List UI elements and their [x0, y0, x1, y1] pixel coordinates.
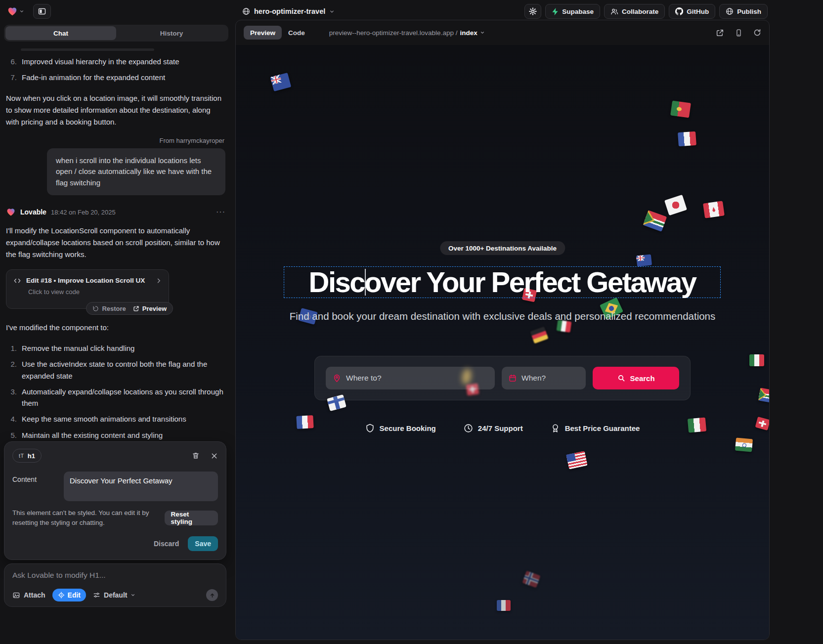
lovable-logo-menu[interactable] — [7, 6, 24, 17]
clipped-text-line — [21, 48, 154, 51]
text-type-icon: tT — [19, 453, 24, 459]
restore-preview-pill: Restore Preview — [86, 302, 173, 315]
discard-button[interactable]: Discard — [154, 540, 179, 548]
trash-icon[interactable] — [192, 452, 200, 460]
location-pin-icon — [333, 374, 341, 383]
settings-button[interactable] — [524, 4, 541, 19]
chevron-right-icon — [156, 278, 162, 284]
url-host: preview--hero-optimizer-travel.lovable.a… — [329, 29, 458, 37]
lovable-heart-icon — [7, 6, 18, 17]
where-field[interactable] — [326, 367, 495, 389]
publish-button[interactable]: Publish — [719, 4, 768, 19]
image-icon — [12, 592, 20, 599]
assistant-name: Lovable — [20, 208, 46, 216]
search-card: Search — [314, 356, 691, 400]
text-caret — [365, 269, 366, 296]
preview-toolbar: Preview Code preview--hero-optimizer-tra… — [236, 20, 769, 45]
globe-icon — [242, 7, 250, 15]
close-icon[interactable] — [211, 452, 218, 460]
calendar-icon — [509, 374, 517, 382]
selected-element-tag[interactable]: tT h1 — [12, 449, 42, 463]
assistant-paragraph: I've modified the component to: — [6, 322, 225, 334]
mode-select[interactable]: Default — [93, 591, 135, 599]
open-external-icon — [133, 305, 139, 312]
chat-input[interactable] — [12, 571, 218, 580]
refresh-button[interactable] — [753, 29, 761, 37]
collaborate-button[interactable]: Collaborate — [604, 4, 665, 19]
search-label: Search — [630, 374, 655, 383]
edit-mode-label: Edit — [68, 591, 81, 599]
element-tag-label: h1 — [28, 452, 35, 460]
sliders-icon — [93, 592, 100, 599]
from-user-label: From harrymckayroper — [6, 137, 224, 144]
restore-icon — [92, 305, 99, 312]
open-external-button[interactable] — [716, 29, 724, 37]
mexico-flag — [749, 354, 764, 366]
headline-selection-box[interactable]: Discover Your Perfect Getaway — [284, 266, 721, 298]
tab-preview[interactable]: Preview — [244, 26, 282, 40]
collaborate-label: Collaborate — [622, 8, 658, 15]
flags-layer — [236, 45, 769, 640]
page-subtitle: Find and book your dream destination wit… — [236, 310, 769, 322]
message-more-menu[interactable]: ··· — [216, 210, 225, 215]
chat-sidebar: Chat History 6. Improved visual hierarch… — [0, 23, 232, 644]
attach-button[interactable]: Attach — [12, 591, 45, 599]
when-input[interactable] — [521, 374, 579, 383]
france-flag — [497, 600, 511, 611]
tab-history[interactable]: History — [116, 26, 227, 40]
assistant-message-header: Lovable 18:42 on Feb 20, 2025 ··· — [6, 207, 225, 217]
supabase-label: Supabase — [562, 8, 594, 15]
edit-version-card[interactable]: Edit #18 • Improve Location Scroll UX Cl… — [6, 269, 169, 309]
github-button[interactable]: GitHub — [669, 4, 715, 19]
search-button[interactable]: Search — [593, 367, 679, 389]
sidebar-tabs: Chat History — [4, 25, 228, 42]
save-button[interactable]: Save — [188, 536, 218, 551]
where-input[interactable] — [346, 374, 488, 383]
sidebar-toggle-button[interactable] — [33, 4, 51, 19]
germany-flag — [530, 327, 548, 344]
preview-url[interactable]: preview--hero-optimizer-travel.lovable.a… — [329, 29, 485, 37]
user-message-bubble: when i scroll into the individual locati… — [47, 148, 225, 196]
page-headline[interactable]: Discover Your Perfect Getaway — [309, 268, 696, 297]
users-icon — [610, 8, 618, 15]
japan-flag — [664, 195, 687, 215]
list-text: Use the activeIndex state to control bot… — [22, 358, 225, 382]
list-item: 6. Improved visual hierarchy in the expa… — [6, 56, 225, 67]
features-row: Secure Booking 24/7 Support Best Price G… — [236, 424, 769, 433]
restore-label: Restore — [102, 305, 126, 312]
panel-layout-icon — [38, 7, 46, 15]
list-text: Keep the same smooth animations and tran… — [22, 413, 186, 425]
mobile-view-button[interactable] — [735, 29, 742, 37]
tab-code[interactable]: Code — [282, 26, 311, 40]
list-text: Maintain all the existing content and st… — [22, 429, 163, 441]
reset-styling-button[interactable]: Reset styling — [165, 511, 218, 525]
edit-card-subtitle: Click to view code — [28, 288, 162, 296]
chevron-down-icon[interactable] — [480, 30, 485, 35]
india-flag — [735, 438, 753, 452]
preview-panel: Preview Code preview--hero-optimizer-tra… — [235, 20, 770, 640]
feature-secure-booking: Secure Booking — [365, 424, 436, 433]
chevron-down-icon — [19, 9, 24, 14]
element-editor-panel: tT h1 Content Discover Your Perfect Geta… — [4, 441, 226, 560]
preview-button[interactable]: Preview — [133, 305, 167, 312]
when-field[interactable] — [502, 367, 586, 389]
target-icon — [58, 592, 65, 599]
restore-button[interactable]: Restore — [92, 305, 126, 312]
numbered-list-bottom: 1.Remove the manual click handling 2.Use… — [6, 343, 225, 441]
tab-chat[interactable]: Chat — [5, 26, 116, 40]
assistant-paragraph: Now when you click on a location image, … — [6, 92, 225, 128]
send-button[interactable] — [206, 589, 218, 601]
usa-flag — [566, 451, 587, 469]
content-input[interactable]: Discover Your Perfect Getaway — [64, 472, 218, 501]
edit-mode-button[interactable]: Edit — [52, 589, 86, 601]
gear-icon — [529, 7, 537, 15]
edit-card-title: Edit #18 • Improve Location Scroll UX — [26, 277, 151, 284]
github-icon — [675, 7, 683, 15]
chat-message-list[interactable]: 6. Improved visual hierarchy in the expa… — [0, 44, 232, 462]
supabase-button[interactable]: Supabase — [545, 4, 600, 19]
github-label: GitHub — [687, 8, 709, 15]
france-flag — [678, 131, 696, 146]
publish-label: Publish — [737, 8, 761, 15]
chevron-down-icon — [130, 593, 135, 598]
list-number: 6. — [6, 56, 22, 67]
